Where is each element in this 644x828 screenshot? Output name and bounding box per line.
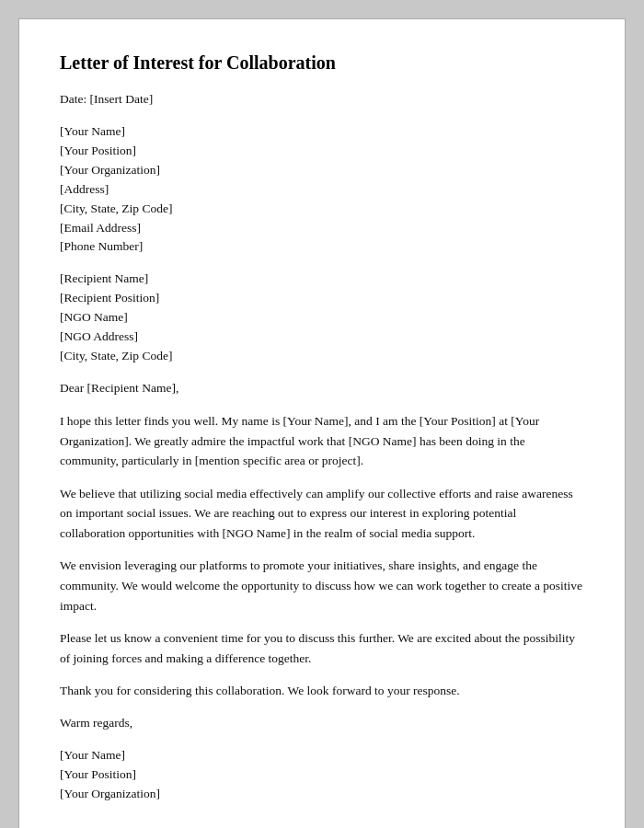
signature-block: [Your Name][Your Position][Your Organiza… xyxy=(60,746,584,804)
paragraph-4: Please let us know a convenient time for… xyxy=(60,628,584,668)
closing: Warm regards, xyxy=(60,714,584,733)
salutation: Dear [Recipient Name], xyxy=(60,379,584,398)
document-title: Letter of Interest for Collaboration xyxy=(60,52,584,74)
document: Letter of Interest for Collaboration Dat… xyxy=(18,18,626,828)
recipient-block: [Recipient Name][Recipient Position][NGO… xyxy=(60,270,584,366)
date-line: Date: [Insert Date] xyxy=(60,90,584,109)
paragraph-5: Thank you for considering this collabora… xyxy=(60,681,584,701)
sender-block: [Your Name][Your Position][Your Organiza… xyxy=(60,122,584,257)
paragraph-2: We believe that utilizing social media e… xyxy=(60,484,584,544)
paragraph-1: I hope this letter finds you well. My na… xyxy=(60,411,584,471)
paragraph-3: We envision leveraging our platforms to … xyxy=(60,556,584,615)
